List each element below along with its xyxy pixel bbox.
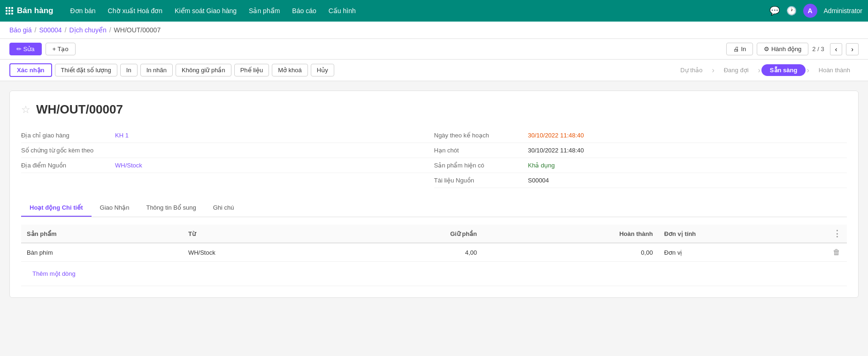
field-dia-chi-value[interactable]: KH 1 [115, 132, 434, 139]
table-row: Bàn phím WH/Stock 4,00 0,00 Đơn vị 🗑 [21, 243, 847, 262]
create-button[interactable]: + Tạo [46, 43, 76, 55]
menu-kiem-soat[interactable]: Kiểm soát Giao hàng [169, 5, 242, 16]
col-giu-phan: Giữ phần [333, 225, 483, 243]
mo-khoa-button[interactable]: Mở khoá [272, 64, 308, 76]
field-dia-diem: Địa điểm Nguồn WH/Stock [21, 158, 434, 173]
khong-giu-button[interactable]: Không giữ phần [176, 64, 231, 76]
brand[interactable]: Bán hàng [6, 6, 53, 15]
cell-delete: 🗑 [827, 243, 847, 262]
star-icon[interactable]: ☆ [21, 104, 31, 116]
field-han-chot-label: Hạn chót [434, 147, 528, 154]
status-arrow-3: › [807, 66, 809, 75]
field-ngay-ke-hoach-value: 30/10/2022 11:48:40 [528, 132, 847, 139]
edit-button[interactable]: ✏ Sửa [9, 43, 42, 55]
product-table: Sản phẩm Từ Giữ phần Hoàn thành Đơn vị t… [21, 225, 847, 286]
grid-icon [6, 7, 13, 15]
field-ngay-ke-hoach-label: Ngày theo kế hoạch [434, 132, 528, 139]
breadcrumb-s00004[interactable]: S00004 [39, 26, 61, 34]
in-button[interactable]: In [120, 64, 138, 76]
brand-label: Bán hàng [17, 6, 53, 15]
menu-bao-cao[interactable]: Báo cáo [286, 5, 322, 16]
field-san-pham-hien-co-value: Khả dụng [528, 162, 847, 169]
clock-icon[interactable]: 🕐 [786, 6, 797, 16]
avatar[interactable]: A [803, 4, 817, 18]
menu-cho-xuat[interactable]: Chờ xuất Hoá đơn [102, 5, 169, 16]
xac-nhan-button[interactable]: Xác nhận [9, 63, 52, 77]
field-ngay-ke-hoach: Ngày theo kế hoạch 30/10/2022 11:48:40 [434, 128, 847, 143]
status-arrow-2: › [758, 66, 760, 75]
next-button[interactable]: › [846, 43, 859, 55]
fields-left: Địa chỉ giao hàng KH 1 Số chứng từ gốc k… [21, 128, 434, 188]
add-row-cell: Thêm một dòng [21, 262, 847, 286]
cell-don-vi: Đơn vị [659, 243, 827, 262]
breadcrumb-sep-2: / [65, 26, 67, 34]
cell-san-pham: Bàn phím [21, 243, 183, 262]
tabs: Hoạt động Chi tiết Giao Nhận Thông tin B… [21, 199, 847, 217]
table-header-row: Sản phẩm Từ Giữ phần Hoàn thành Đơn vị t… [21, 225, 847, 243]
status-pipeline: Dự thảo › Đang đợi › Sẵn sàng › Hoàn thà… [672, 64, 859, 76]
col-san-pham: Sản phẩm [21, 225, 183, 243]
status-hoan-thanh[interactable]: Hoàn thành [810, 64, 859, 76]
main-content: ☆ WH/OUT/00007 Địa chỉ giao hàng KH 1 Số… [0, 81, 868, 307]
status-arrow-1: › [712, 66, 714, 75]
menu-cau-hinh[interactable]: Cấu hình [323, 5, 361, 16]
field-dia-chi: Địa chỉ giao hàng KH 1 [21, 128, 434, 143]
delete-icon[interactable]: 🗑 [833, 248, 840, 256]
tab-ghi-chu[interactable]: Ghi chú [205, 199, 243, 217]
document-card: ☆ WH/OUT/00007 Địa chỉ giao hàng KH 1 Số… [9, 91, 859, 298]
tab-thong-tin[interactable]: Thông tin Bổ sung [138, 199, 204, 217]
field-dia-diem-label: Địa điểm Nguồn [21, 162, 115, 169]
huy-button[interactable]: Hủy [311, 64, 334, 76]
breadcrumb-dich-chuyen[interactable]: Dịch chuyển [69, 26, 107, 34]
thiet-dat-button[interactable]: Thiết đặt số lượng [55, 64, 117, 76]
col-menu-icon: ⋮ [827, 225, 847, 243]
status-dang-doi[interactable]: Đang đợi [715, 64, 757, 76]
status-du-thao[interactable]: Dự thảo [672, 64, 711, 76]
status-san-sang[interactable]: Sẵn sàng [761, 64, 806, 76]
doc-title: WH/OUT/00007 [36, 102, 123, 117]
pagination-info: 2 / 3 [812, 45, 824, 53]
fields-grid: Địa chỉ giao hàng KH 1 Số chứng từ gốc k… [21, 128, 847, 188]
col-don-vi: Đơn vị tính [659, 225, 827, 243]
action-bar: Xác nhận Thiết đặt số lượng In In nhãn K… [0, 60, 868, 81]
breadcrumb-sep-1: / [34, 26, 36, 34]
field-han-chot-value: 30/10/2022 11:48:40 [528, 147, 847, 154]
field-san-pham-hien-co-label: Sản phẩm hiện có [434, 162, 528, 169]
field-dia-chi-label: Địa chỉ giao hàng [21, 132, 115, 139]
action-button[interactable]: ⚙ Hành động [757, 43, 808, 55]
topnav: Bán hàng Đơn bán Chờ xuất Hoá đơn Kiểm s… [0, 0, 868, 22]
prev-button[interactable]: ‹ [830, 43, 843, 55]
cell-tu: WH/Stock [183, 243, 333, 262]
col-hoan-thanh: Hoàn thành [483, 225, 659, 243]
add-row-button[interactable]: Thêm một dòng [27, 266, 81, 281]
doc-header: ☆ WH/OUT/00007 [21, 102, 847, 117]
chat-icon[interactable]: 💬 [769, 6, 780, 16]
field-dia-diem-value[interactable]: WH/Stock [115, 162, 434, 169]
field-so-chung-tu: Số chứng từ gốc kèm theo [21, 143, 434, 158]
toolbar: ✏ Sửa + Tạo 🖨 In ⚙ Hành động 2 / 3 ‹ › [0, 39, 868, 60]
col-tu: Từ [183, 225, 333, 243]
breadcrumb: Báo giá / S00004 / Dịch chuyển / WH/OUT/… [0, 22, 868, 39]
field-so-chung-tu-label: Số chứng từ gốc kèm theo [21, 147, 115, 154]
menu-san-pham[interactable]: Sản phẩm [243, 5, 285, 16]
topnav-right: 💬 🕐 A Administrator [769, 4, 862, 18]
breadcrumb-bao-gia[interactable]: Báo giá [9, 26, 31, 34]
breadcrumb-current: WH/OUT/00007 [114, 26, 161, 34]
in-nhan-button[interactable]: In nhãn [140, 64, 173, 76]
field-tai-lieu-nguon: Tài liệu Nguồn S00004 [434, 173, 847, 188]
add-row-row: Thêm một dòng [21, 262, 847, 286]
username[interactable]: Administrator [824, 7, 862, 15]
field-tai-lieu-nguon-value: S00004 [528, 177, 847, 184]
tab-giao-nhan[interactable]: Giao Nhận [92, 199, 138, 217]
tab-hoat-dong[interactable]: Hoạt động Chi tiết [21, 199, 92, 217]
phe-lieu-button[interactable]: Phế liệu [234, 64, 269, 76]
field-tai-lieu-nguon-label: Tài liệu Nguồn [434, 177, 528, 184]
field-han-chot: Hạn chót 30/10/2022 11:48:40 [434, 143, 847, 158]
field-san-pham-hien-co: Sản phẩm hiện có Khả dụng [434, 158, 847, 173]
menu-don-ban[interactable]: Đơn bán [64, 5, 101, 16]
print-button[interactable]: 🖨 In [726, 43, 753, 55]
breadcrumb-sep-3: / [109, 26, 111, 34]
table-menu-icon[interactable]: ⋮ [833, 229, 841, 238]
cell-hoan-thanh: 0,00 [483, 243, 659, 262]
cell-giu-phan: 4,00 [333, 243, 483, 262]
